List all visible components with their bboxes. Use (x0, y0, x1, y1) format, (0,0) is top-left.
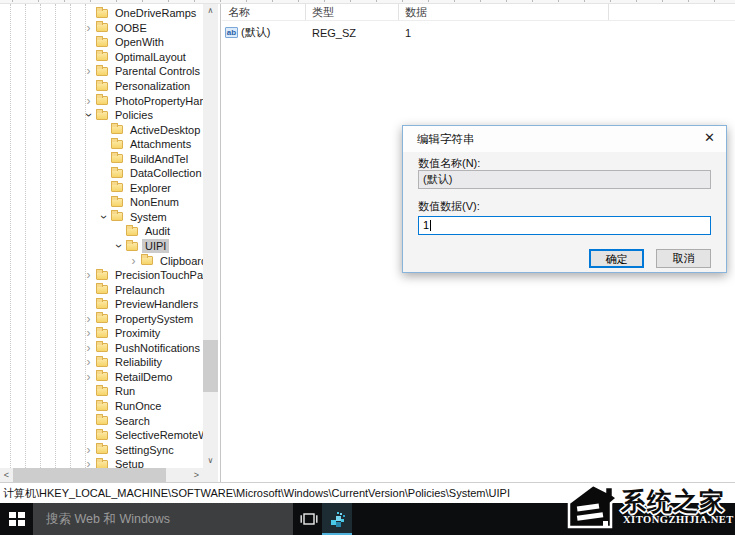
tree-node-label[interactable]: BuildAndTel (127, 152, 191, 166)
tree-node-label[interactable]: Policies (112, 108, 156, 122)
search-input[interactable] (33, 503, 293, 535)
scroll-left-icon[interactable]: < (0, 468, 13, 482)
tree-node[interactable]: BuildAndTel (0, 151, 203, 166)
tree-node[interactable]: Policies (0, 108, 203, 123)
chevron-icon[interactable] (97, 124, 110, 136)
tree-vertical-scrollbar[interactable]: ∧ ∨ (203, 4, 218, 468)
tree-node[interactable]: PrecisionTouchPad (0, 268, 203, 283)
tree-node[interactable]: OptimalLayout (0, 50, 203, 65)
tree-node-label[interactable]: RetailDemo (112, 370, 175, 384)
chevron-icon[interactable] (82, 385, 95, 397)
tree-node[interactable]: RetailDemo (0, 370, 203, 385)
tree-node[interactable]: Setup (0, 457, 203, 468)
chevron-icon[interactable] (82, 400, 95, 412)
tree-node-label[interactable]: Proximity (112, 326, 163, 340)
tree-node-label[interactable]: DataCollection (127, 166, 203, 180)
tree-node[interactable]: PhotoPropertyHandle (0, 93, 203, 108)
tree-node[interactable]: Clipboard (0, 253, 203, 268)
tree-node-label[interactable]: UIPI (142, 239, 169, 253)
chevron-icon[interactable] (97, 182, 110, 194)
tree-node-label[interactable]: RunOnce (112, 399, 164, 413)
tree-node[interactable]: Audit (0, 224, 203, 239)
tree-node[interactable]: UIPI (0, 239, 203, 254)
tree-node-label[interactable]: OptimalLayout (112, 50, 189, 64)
tree-node-label[interactable]: PrecisionTouchPad (112, 268, 203, 282)
tree-node-label[interactable]: PreviewHandlers (112, 297, 201, 311)
chevron-icon[interactable] (82, 342, 95, 354)
tree-node-label[interactable]: ActiveDesktop (127, 123, 203, 137)
tree-node-label[interactable]: Audit (142, 224, 173, 238)
tree-node-label[interactable]: OpenWith (112, 35, 167, 49)
tree-node-label[interactable]: Personalization (112, 79, 193, 93)
chevron-icon[interactable] (82, 65, 95, 77)
chevron-icon[interactable] (82, 51, 95, 63)
tree-node[interactable]: PushNotifications (0, 341, 203, 356)
registry-tree[interactable]: OneDriveRamps OOBE OpenWith (0, 4, 203, 468)
chevron-icon[interactable] (82, 429, 95, 441)
value-data-field[interactable]: 1 (418, 216, 711, 235)
tree-node[interactable]: RunOnce (0, 399, 203, 414)
regedit-taskbar-app[interactable] (322, 503, 352, 535)
chevron-icon[interactable] (127, 255, 140, 267)
tree-node-label[interactable]: NonEnum (127, 195, 182, 209)
tree-node-label[interactable]: Attachments (127, 137, 194, 151)
chevron-icon[interactable] (82, 458, 95, 468)
tree-node-label[interactable]: PropertySystem (112, 312, 196, 326)
tree-horizontal-scrollbar[interactable]: < > (0, 468, 203, 482)
tree-node[interactable]: PreviewHandlers (0, 297, 203, 312)
tree-node[interactable]: Personalization (0, 79, 203, 94)
cancel-button[interactable]: 取消 (656, 249, 711, 268)
tree-node[interactable]: OOBE (0, 21, 203, 36)
chevron-icon[interactable] (82, 22, 95, 34)
task-view-button[interactable] (296, 503, 322, 535)
horizontal-scroll-thumb[interactable] (13, 468, 166, 482)
tree-node[interactable]: Prelaunch (0, 282, 203, 297)
tree-node[interactable]: Proximity (0, 326, 203, 341)
panel-splitter[interactable] (220, 4, 221, 482)
tree-node-label[interactable]: Reliability (112, 355, 165, 369)
column-header-name[interactable]: 名称 (222, 4, 306, 20)
chevron-icon[interactable] (82, 415, 95, 427)
chevron-icon[interactable] (82, 356, 95, 368)
tree-node[interactable]: OpenWith (0, 35, 203, 50)
chevron-icon[interactable] (82, 269, 95, 281)
tree-node-label[interactable]: Prelaunch (112, 283, 168, 297)
dialog-titlebar[interactable]: 编辑字符串 ✕ (403, 126, 726, 152)
tree-node-label[interactable]: OneDriveRamps (112, 6, 199, 20)
chevron-icon[interactable] (97, 153, 110, 165)
tree-node-label[interactable]: Search (112, 414, 153, 428)
chevron-icon[interactable] (97, 138, 110, 150)
tree-node[interactable]: Parental Controls (0, 64, 203, 79)
chevron-icon[interactable] (82, 298, 95, 310)
tree-node-label[interactable]: SettingSync (112, 443, 177, 457)
chevron-icon[interactable] (82, 95, 95, 107)
tree-node[interactable]: SelectiveRemoteWipe (0, 428, 203, 443)
chevron-icon[interactable] (82, 7, 95, 19)
tree-node-label[interactable]: Parental Controls (112, 64, 203, 78)
chevron-icon[interactable] (112, 240, 125, 252)
tree-node-label[interactable]: PhotoPropertyHandle (112, 94, 203, 108)
chevron-icon[interactable] (112, 225, 125, 237)
tree-node[interactable]: Attachments (0, 137, 203, 152)
column-header-data[interactable]: 数据 (399, 4, 609, 20)
value-row[interactable]: (默认) REG_SZ 1 (222, 25, 735, 40)
chevron-icon[interactable] (82, 444, 95, 456)
tree-node-label[interactable]: Explorer (127, 181, 174, 195)
tree-node[interactable]: DataCollection (0, 166, 203, 181)
chevron-icon[interactable] (97, 167, 110, 179)
chevron-icon[interactable] (82, 36, 95, 48)
scroll-down-icon[interactable]: ∨ (203, 454, 218, 468)
tree-node[interactable]: Search (0, 413, 203, 428)
chevron-icon[interactable] (97, 196, 110, 208)
taskbar-search[interactable] (33, 503, 293, 535)
chevron-icon[interactable] (82, 109, 95, 121)
value-name[interactable]: (默认) (241, 25, 270, 40)
tree-node-label[interactable]: OOBE (112, 21, 150, 35)
tree-node[interactable]: Run (0, 384, 203, 399)
tree-node[interactable]: NonEnum (0, 195, 203, 210)
column-header-type[interactable]: 类型 (306, 4, 399, 20)
start-button[interactable] (0, 503, 33, 535)
tree-node[interactable]: PropertySystem (0, 311, 203, 326)
tree-node-label[interactable]: Setup (112, 457, 147, 468)
tree-node[interactable]: ActiveDesktop (0, 122, 203, 137)
